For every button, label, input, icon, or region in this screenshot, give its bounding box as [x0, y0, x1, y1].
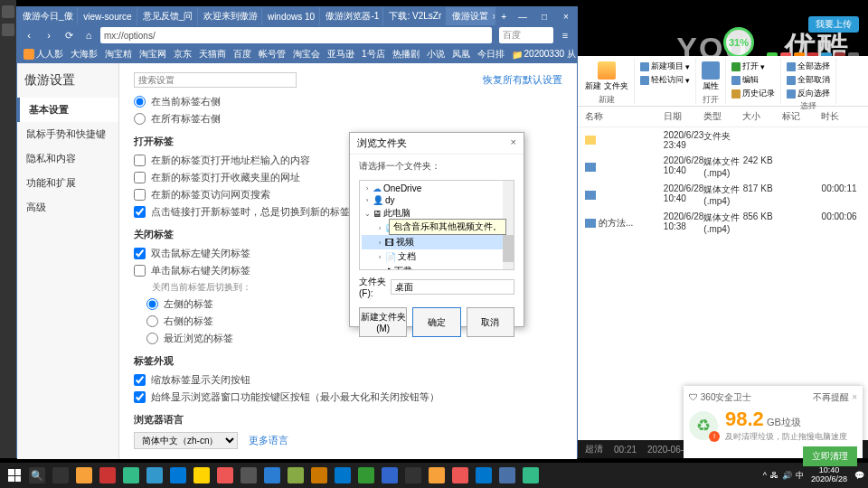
close-button[interactable]: × [555, 7, 577, 25]
task-view[interactable] [49, 465, 72, 486]
taskbar-app[interactable] [284, 465, 307, 486]
bookmark[interactable]: 百度 [231, 47, 254, 61]
dialog-close-button[interactable]: × [511, 136, 516, 150]
tab[interactable]: 傲游今日_傲× [17, 7, 78, 25]
tab[interactable]: 下载: V2LsZr× [383, 7, 446, 25]
menu-button[interactable]: ≡ [557, 27, 573, 43]
ribbon-item[interactable]: 反向选择 [785, 87, 832, 100]
column-headers[interactable]: 名称 日期 类型 大小 标记 时长 [578, 107, 868, 127]
tree-item[interactable]: ›☁OneDrive [362, 183, 512, 194]
taskbar-app[interactable] [166, 465, 190, 486]
file-row[interactable]: 2020/6/28 10:40媒体文件(.mp4)242 KB [578, 153, 868, 181]
tab[interactable]: 欢迎来到傲游× [198, 7, 262, 25]
tray-volume-icon[interactable]: 🔊 [782, 471, 792, 480]
taskbar-app[interactable] [519, 465, 542, 486]
cancel-button[interactable]: 取消 [467, 307, 514, 337]
reload-button[interactable]: ⟳ [61, 27, 77, 43]
tree-item[interactable]: ›📄文档 [362, 249, 512, 264]
sidebar-item-privacy[interactable]: 隐私和内容 [17, 146, 118, 171]
upload-button[interactable]: 我要上传 [808, 16, 859, 33]
taskbar-app[interactable] [260, 465, 284, 486]
taskbar-app[interactable] [448, 465, 472, 486]
taskbar-app[interactable] [401, 465, 425, 486]
taskbar-search[interactable]: 🔍 [25, 465, 49, 486]
forward-button[interactable]: › [41, 27, 57, 43]
bookmark[interactable]: 小说 [424, 47, 448, 61]
home-button[interactable]: ⌂ [80, 27, 97, 43]
ribbon-item[interactable]: 新建项目 ▾ [638, 60, 692, 73]
restore-defaults-link[interactable]: 恢复所有默认设置 [483, 73, 562, 87]
file-row[interactable]: 2020/6/28 10:40媒体文件(.mp4)817 KB00:00:11 [578, 181, 868, 209]
more-languages-link[interactable]: 更多语言 [249, 434, 288, 447]
tree-item-selected[interactable]: ›🎞视频 [362, 235, 512, 249]
bookmark-folder[interactable]: 📁20200330 从 IE 导入 [509, 47, 577, 61]
radio-option[interactable]: 在所有标签右侧 [134, 112, 562, 126]
folder-tree[interactable]: ›☁OneDrive ›👤dy ⌄🖥此电脑 ›🧊3D 对象 ›🎞视频 包含音乐和… [359, 180, 514, 270]
system-tray[interactable]: ^ 🖧 🔊 中 10:402020/6/28 💬 [763, 466, 864, 484]
bookmark[interactable]: 京东 [171, 47, 194, 61]
bookmark[interactable]: 人人影 [21, 47, 66, 61]
taskbar-app[interactable] [96, 465, 119, 486]
taskbar-app[interactable] [331, 465, 354, 486]
tray-chevron-icon[interactable]: ^ [763, 471, 767, 480]
bookmark[interactable]: 大海影 [68, 47, 100, 61]
tab-active[interactable]: 傲游设置× [447, 7, 496, 25]
bookmark[interactable]: 淘宝会 [290, 47, 323, 61]
folder-name-input[interactable] [391, 279, 514, 295]
taskbar-app[interactable] [119, 465, 143, 486]
ribbon-item[interactable]: 编辑 [730, 73, 777, 87]
taskbar-app[interactable] [213, 465, 237, 486]
taskbar-app[interactable] [190, 465, 213, 486]
tree-item[interactable]: ›👤dy [362, 194, 512, 206]
clean-now-button[interactable]: 立即清理 [803, 446, 857, 466]
address-bar[interactable]: mx://options/ [100, 27, 492, 43]
notification-icon[interactable]: 💬 [854, 471, 864, 480]
taskbar-app[interactable] [472, 465, 495, 486]
taskbar-app[interactable] [354, 465, 378, 486]
checkbox-option[interactable]: 始终显示浏览器窗口功能按键区按钮（最小最大化和关闭按钮等） [134, 390, 562, 404]
bookmark[interactable]: 淘宝精 [102, 47, 135, 61]
rail-icon[interactable] [2, 5, 14, 18]
sidebar-item-gestures[interactable]: 鼠标手势和快捷键 [17, 122, 118, 146]
start-button[interactable] [4, 465, 25, 486]
bookmark[interactable]: 今日排 [475, 47, 507, 61]
ribbon-item[interactable]: 全部选择 [785, 60, 832, 73]
quality-badge[interactable]: 超清 [585, 443, 603, 455]
rail-icon[interactable] [2, 23, 14, 36]
checkbox-option[interactable]: 缩放标签显示关闭按钮 [134, 373, 562, 387]
ignore-link[interactable]: 不再提醒 [813, 392, 849, 402]
bookmark[interactable]: 淘宝网 [137, 47, 169, 61]
tray-network-icon[interactable]: 🖧 [770, 471, 778, 480]
taskbar-app[interactable] [72, 465, 96, 486]
bookmark[interactable]: 天猫商 [196, 47, 229, 61]
back-button[interactable]: ‹ [21, 27, 37, 43]
bookmark[interactable]: 热播剧 [390, 47, 422, 61]
ribbon-item[interactable]: 打开 ▾ [730, 60, 777, 73]
close-icon[interactable]: × [852, 392, 857, 402]
sidebar-item-extensions[interactable]: 功能和扩展 [17, 171, 118, 195]
bookmark[interactable]: 凤凰 [449, 47, 473, 61]
tree-item[interactable]: ›⬇下载 [362, 264, 512, 270]
bookmark[interactable]: 帐号管 [256, 47, 288, 61]
tray-ime-icon[interactable]: 中 [796, 470, 804, 482]
file-row[interactable]: 2020/6/23 23:49文件夹 [578, 127, 868, 153]
new-folder-button[interactable]: 新建文件夹(M) [359, 307, 407, 337]
taskbar-app[interactable] [307, 465, 331, 486]
tab[interactable]: windows 10× [262, 7, 321, 25]
taskbar-app[interactable] [378, 465, 401, 486]
new-tab-button[interactable]: + [495, 12, 512, 22]
properties-button[interactable]: 属性 [700, 60, 722, 94]
ribbon-item[interactable]: 历史记录 [730, 87, 777, 100]
language-select[interactable]: 简体中文（zh-cn） [134, 432, 238, 449]
clock[interactable]: 10:402020/6/28 [807, 466, 851, 484]
tab[interactable]: view-source× [78, 7, 137, 25]
tab[interactable]: 傲游浏览器-1× [320, 7, 383, 25]
new-folder-button[interactable]: 新建 文件夹 [583, 60, 630, 94]
search-box[interactable]: 百度 [499, 27, 553, 43]
radio-option[interactable]: 在当前标签右侧 [134, 95, 562, 108]
maximize-button[interactable]: □ [533, 7, 555, 25]
bookmark[interactable]: 亚马逊 [325, 47, 357, 61]
tab[interactable]: 意见反馈_问× [137, 7, 198, 25]
ribbon-item[interactable]: 轻松访问 ▾ [638, 73, 692, 87]
settings-search[interactable] [134, 72, 297, 88]
